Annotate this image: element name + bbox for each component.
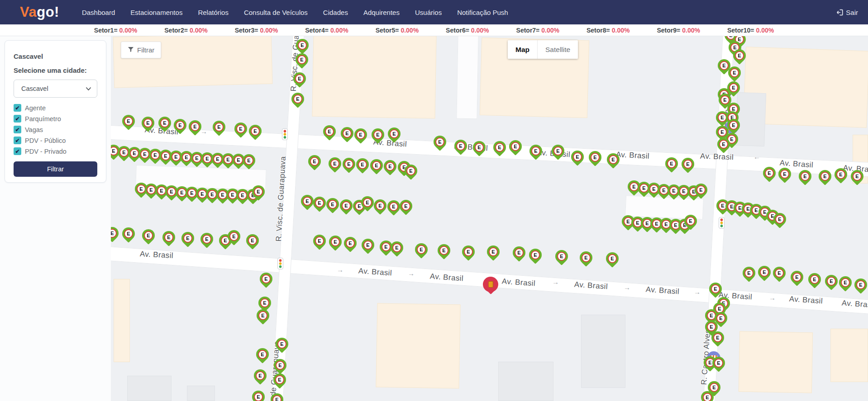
parking-marker[interactable]: E [438, 244, 450, 257]
logout-button[interactable]: Sair [836, 9, 858, 16]
parking-marker[interactable]: E [388, 127, 401, 140]
nav-item-adquirentes[interactable]: Adquirentes [363, 9, 400, 16]
checkbox-checked-icon[interactable]: ✔ [14, 104, 21, 112]
parking-marker[interactable]: E [274, 359, 286, 372]
parking-marker[interactable]: E [162, 231, 175, 244]
parking-marker[interactable]: E [308, 155, 321, 168]
parking-marker[interactable]: E [158, 117, 171, 129]
parking-marker[interactable]: E [228, 230, 240, 243]
parking-marker[interactable]: E [684, 215, 697, 227]
parking-marker[interactable]: E [122, 227, 135, 240]
map-view-button[interactable]: Map [508, 40, 537, 59]
parking-marker[interactable]: E [260, 273, 272, 285]
parking-marker[interactable]: E [313, 235, 326, 247]
parking-marker[interactable]: E [778, 168, 791, 180]
parking-marker[interactable]: E [509, 140, 522, 153]
parking-marker[interactable]: E [362, 239, 374, 251]
parking-marker[interactable]: E [301, 195, 314, 208]
parking-marker[interactable]: E [493, 141, 506, 154]
filter-checkbox-vagas[interactable]: ✔Vagas [14, 126, 97, 133]
parking-marker[interactable]: E [296, 53, 308, 66]
sidebar-filter-button[interactable]: Filtrar [14, 161, 97, 177]
nav-item-usuarios[interactable]: Usuários [415, 9, 442, 16]
parking-marker[interactable]: E [462, 245, 475, 258]
parking-marker[interactable]: E [344, 237, 357, 250]
parking-marker[interactable]: E [825, 275, 838, 288]
parking-marker[interactable]: E [293, 72, 306, 85]
parking-marker[interactable]: E [329, 236, 342, 248]
parking-marker[interactable]: E [354, 128, 367, 141]
filter-checkbox-agente[interactable]: ✔Agente [14, 104, 97, 112]
parking-marker[interactable]: E [340, 199, 353, 212]
parking-marker[interactable]: E [200, 233, 213, 245]
parking-marker[interactable]: E [434, 136, 446, 148]
parking-marker[interactable]: E [743, 267, 755, 279]
parking-marker[interactable]: E [213, 121, 225, 133]
parking-marker[interactable]: E [727, 119, 740, 132]
parking-marker[interactable]: E [370, 159, 383, 172]
parking-marker[interactable]: E [243, 154, 255, 167]
filter-checkbox-parquimetro[interactable]: ✔Parquímetro [14, 115, 97, 123]
parking-marker[interactable]: E [513, 246, 525, 259]
parking-marker[interactable]: E [254, 369, 267, 382]
parking-marker[interactable]: E [291, 93, 304, 105]
parking-marker[interactable]: E [571, 151, 584, 163]
parking-marker[interactable]: E [665, 157, 678, 170]
parking-marker[interactable]: E [387, 200, 400, 213]
parking-marker[interactable]: E [682, 158, 694, 170]
parking-marker[interactable]: E [711, 331, 724, 344]
parking-marker[interactable]: E [712, 357, 725, 369]
parking-marker[interactable]: E [313, 197, 326, 209]
parking-marker[interactable]: E [361, 196, 374, 209]
parking-marker[interactable]: E [356, 158, 369, 171]
map-filter-button[interactable]: Filtrar [121, 42, 161, 58]
app-logo[interactable]: Vago! [20, 4, 59, 20]
nav-item-estacionamentos[interactable]: Estacionamentos [130, 9, 182, 16]
parking-marker[interactable]: E [773, 267, 786, 279]
parking-marker[interactable]: E [606, 252, 619, 265]
parking-marker[interactable]: E [851, 170, 863, 183]
parking-marker[interactable]: E [839, 276, 852, 289]
parking-marker[interactable]: E [343, 158, 355, 170]
parking-marker[interactable]: E [415, 243, 428, 256]
parking-marker[interactable]: E [758, 266, 771, 278]
parking-marker[interactable]: E [329, 157, 341, 170]
parking-marker[interactable]: E [252, 185, 265, 198]
parking-marker[interactable]: E [695, 184, 707, 196]
parking-marker[interactable]: E [323, 125, 336, 138]
checkbox-checked-icon[interactable]: ✔ [14, 126, 21, 133]
parking-marker[interactable]: E [111, 227, 119, 240]
parking-marker[interactable]: E [174, 119, 186, 132]
parking-marker[interactable]: E [276, 338, 288, 350]
parking-marker[interactable]: E [791, 271, 803, 283]
parking-marker[interactable]: E [454, 140, 467, 152]
nav-item-cidades[interactable]: Cidades [323, 9, 348, 16]
parking-marker[interactable]: E [400, 200, 412, 212]
parking-marker[interactable]: E [580, 251, 592, 264]
parquimetro-marker[interactable] [483, 277, 498, 292]
checkbox-checked-icon[interactable]: ✔ [14, 137, 21, 144]
parking-marker[interactable]: E [273, 373, 286, 386]
nav-item-dashboard[interactable]: Dashboard [82, 9, 115, 16]
parking-marker[interactable]: E [258, 297, 271, 309]
parking-marker[interactable]: E [808, 273, 821, 286]
parking-marker[interactable]: E [181, 232, 194, 245]
map-pane[interactable]: Filtrar Map Satellite Av. BrasilAv. Bras… [111, 36, 868, 401]
parking-marker[interactable]: E [374, 199, 386, 212]
parking-marker[interactable]: E [189, 120, 201, 133]
parking-marker[interactable]: E [257, 309, 269, 322]
parking-marker[interactable]: E [372, 128, 384, 141]
parking-marker[interactable]: E [728, 66, 741, 79]
parking-marker[interactable]: E [773, 213, 786, 226]
parking-marker[interactable]: E [799, 170, 811, 183]
parking-marker[interactable]: E [701, 391, 714, 401]
parking-marker[interactable]: E [252, 391, 265, 401]
parking-marker[interactable]: E [142, 229, 155, 242]
filter-checkbox-pdv-publico[interactable]: ✔PDV - Público [14, 137, 97, 144]
parking-marker[interactable]: E [589, 151, 601, 164]
filter-checkbox-pdv-privado[interactable]: ✔PDV - Privado [14, 147, 97, 155]
parking-marker[interactable]: E [607, 153, 620, 166]
nav-item-notificacao-push[interactable]: Notificação Push [457, 9, 508, 16]
parking-marker[interactable]: E [341, 127, 353, 140]
nav-item-relatorios[interactable]: Relatórios [198, 9, 229, 16]
